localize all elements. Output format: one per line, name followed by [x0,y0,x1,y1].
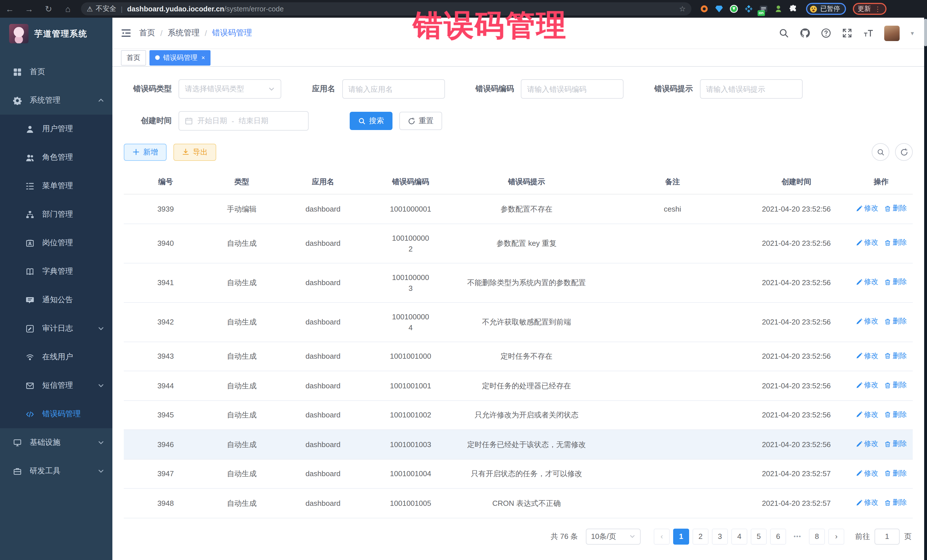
sidebar-item-home[interactable]: 首页 [0,58,112,86]
delete-link[interactable]: 删除 [884,409,907,420]
page-button-3[interactable]: 3 [712,528,728,544]
book-icon [25,267,34,276]
sidebar-item-label: 部门管理 [42,209,73,220]
goto-label: 前往 [855,531,870,542]
sidebar-item-dept[interactable]: 部门管理 [0,200,112,229]
paused-extension-chip[interactable]: 已暂停 [806,3,846,15]
avatar-dropdown-caret-icon[interactable]: ▾ [911,29,914,37]
sidebar-item-notice[interactable]: 通知公告 [0,286,112,314]
sidebar-item-dict[interactable]: 字典管理 [0,257,112,286]
extension-icon-3[interactable] [729,4,739,14]
extension-icon-5[interactable]: on [759,4,768,14]
add-button[interactable]: 新增 [124,143,167,161]
page-size-select[interactable]: 10条/页 [586,528,641,544]
table-row: 3948自动生成dashboard1001001005CRON 表达式不正确20… [124,489,913,518]
extension-icon-7[interactable] [789,4,798,14]
page-button-1[interactable]: 1 [673,528,689,544]
bookmark-star-icon[interactable]: ☆ [679,5,686,13]
delete-link[interactable]: 删除 [884,351,907,361]
error-code-table: 编号类型应用名错误码编码错误码提示备注创建时间操作 3939手动编辑dashbo… [124,170,913,518]
error-code-type-select[interactable]: 请选择错误码类型 [179,79,281,99]
delete-link[interactable]: 删除 [884,439,907,449]
edit-link[interactable]: 修改 [856,439,878,449]
tab-close-icon[interactable]: × [201,54,205,61]
delete-link[interactable]: 删除 [884,497,907,508]
extension-icon-1[interactable] [699,4,709,14]
browser-reload-icon[interactable]: ↻ [39,4,58,14]
create-time-range-picker[interactable]: 开始日期 - 结束日期 [179,111,308,131]
edit-link[interactable]: 修改 [856,468,878,479]
error-hint-input[interactable] [700,79,802,99]
page-button-2[interactable]: 2 [693,528,708,544]
sidebar-item-audit-log[interactable]: 审计日志 [0,314,112,343]
edit-link[interactable]: 修改 [856,497,878,508]
edit-link[interactable]: 修改 [856,316,878,327]
export-button[interactable]: 导出 [173,143,216,161]
edit-link[interactable]: 修改 [856,351,878,361]
help-icon[interactable] [821,28,831,38]
browser-menu-icon[interactable]: ⋮ [874,5,881,13]
font-size-icon[interactable] [863,28,874,38]
browser-forward-icon[interactable]: → [20,4,39,14]
sidebar-item-post[interactable]: 岗位管理 [0,229,112,257]
sidebar-item-error-code[interactable]: 错误码管理 [0,400,112,428]
app-name-input[interactable] [342,79,445,99]
page-button-4[interactable]: 4 [731,528,747,544]
user-icon [25,124,34,134]
extension-icon-4[interactable] [744,4,754,14]
chevron-down-icon [97,439,104,446]
browser-home-icon[interactable]: ⌂ [58,4,78,14]
app-logo-row[interactable]: 芋道管理系统 [0,18,112,50]
address-bar[interactable]: ⚠ 不安全 | dashboard.yudao.iocoder.cn/syste… [81,2,691,15]
edit-link[interactable]: 修改 [856,380,878,391]
sidebar-item-infra[interactable]: 基础设施 [0,428,112,457]
page-button-6[interactable]: 6 [770,528,786,544]
edit-link[interactable]: 修改 [856,409,878,420]
sidebar-item-user[interactable]: 用户管理 [0,115,112,143]
breadcrumb-item[interactable]: 系统管理 [168,28,200,38]
extension-icon-2[interactable] [714,4,724,14]
page-button-5[interactable]: 5 [751,528,767,544]
github-icon[interactable] [800,28,810,38]
search-icon[interactable] [779,28,789,38]
prev-page-button[interactable]: ‹ [654,528,670,544]
sidebar-item-dev-tools[interactable]: 研发工具 [0,457,112,485]
row-type: 自动生成 [207,489,276,518]
scrollbar-thumb[interactable] [924,19,927,46]
collapse-sidebar-icon[interactable] [121,29,131,38]
next-page-button[interactable]: › [828,528,844,544]
audit-icon [25,324,34,333]
toggle-search-button[interactable] [872,143,889,161]
delete-link[interactable]: 删除 [884,277,907,288]
tab-inactive[interactable]: 首页 [121,50,146,65]
goto-page-input[interactable] [874,528,900,544]
delete-link[interactable]: 删除 [884,380,907,391]
delete-link[interactable]: 删除 [884,238,907,248]
browser-update-button[interactable]: 更新 ⋮ [853,3,886,15]
extension-icon-6[interactable] [774,4,783,14]
delete-link[interactable]: 删除 [884,203,907,214]
fullscreen-icon[interactable] [842,28,853,38]
vertical-scrollbar[interactable] [924,18,927,560]
sidebar-item-menu[interactable]: 菜单管理 [0,171,112,200]
search-button[interactable]: 搜索 [350,112,392,130]
page-button-8[interactable]: 8 [809,528,825,544]
tab-active[interactable]: 错误码管理× [149,50,211,65]
user-avatar[interactable] [884,25,900,41]
sidebar-item-role[interactable]: 角色管理 [0,143,112,171]
edit-link[interactable]: 修改 [856,203,878,214]
error-code-input[interactable] [521,79,623,99]
edit-link[interactable]: 修改 [856,277,878,288]
sidebar-item-sms[interactable]: 短信管理 [0,371,112,400]
reset-button[interactable]: 重置 [399,112,442,130]
delete-link[interactable]: 删除 [884,316,907,327]
app-name-label: 应用名 [312,84,335,94]
sidebar-item-system[interactable]: 系统管理 [0,86,112,115]
chevron-down-icon [97,467,104,475]
refresh-table-button[interactable] [895,143,913,161]
browser-back-icon[interactable]: ← [0,4,20,14]
breadcrumb-item[interactable]: 首页 [139,28,155,38]
sidebar-item-online-user[interactable]: 在线用户 [0,343,112,371]
edit-link[interactable]: 修改 [856,238,878,248]
delete-link[interactable]: 删除 [884,468,907,479]
